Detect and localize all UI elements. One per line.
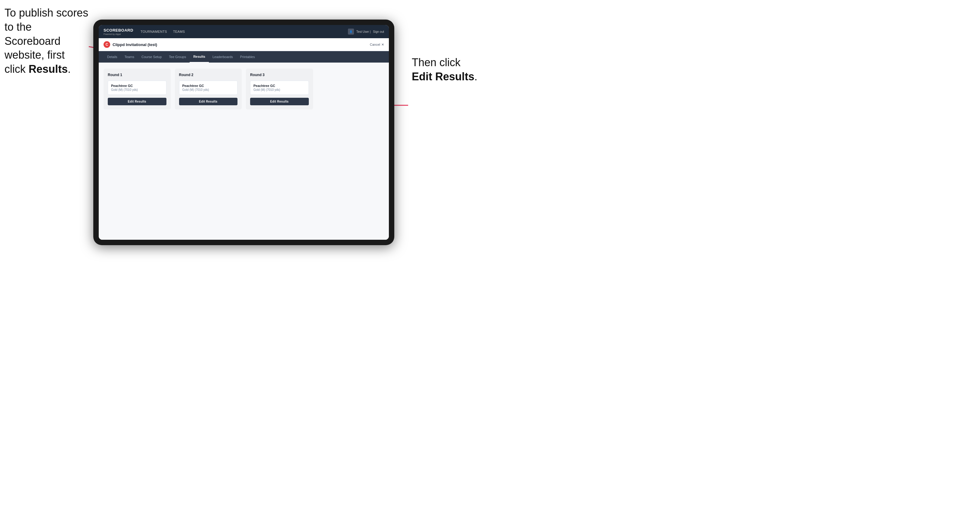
rounds-grid: Round 1 Peachtree GC Gold (M) (7010 yds)… [103, 68, 384, 110]
tab-leaderboards[interactable]: Leaderboards [209, 51, 237, 63]
then-click-label: Then click [412, 56, 460, 68]
round-3-title: Round 3 [250, 73, 309, 77]
round-2-course-name: Peachtree GC [182, 84, 234, 87]
scoreboard-logo: SCOREBOARD [103, 28, 133, 32]
tablet-screen: SCOREBOARD Powered by clippd TOURNAMENTS… [99, 25, 389, 240]
instruction-left: To publish scoresto the Scoreboardwebsit… [5, 6, 89, 76]
round-3-course-details: Gold (M) (7010 yds) [253, 88, 305, 91]
tab-course-setup[interactable]: Course Setup [138, 51, 165, 63]
edit-results-button-2[interactable]: Edit Results [179, 98, 238, 105]
edit-results-button-3[interactable]: Edit Results [250, 98, 309, 105]
tab-tee-groups[interactable]: Tee Groups [165, 51, 189, 63]
round-2-course-details: Gold (M) (7010 yds) [182, 88, 234, 91]
round-1-course-name: Peachtree GC [111, 84, 163, 87]
round-1-course-details: Gold (M) (7010 yds) [111, 88, 163, 91]
top-navbar: SCOREBOARD Powered by clippd TOURNAMENTS… [99, 25, 389, 38]
empty-slot [317, 68, 384, 110]
instruction-right: Then clickEdit Results. [412, 56, 484, 84]
round-card-2: Round 2 Peachtree GC Gold (M) (7010 yds)… [175, 68, 242, 110]
round-2-title: Round 2 [179, 73, 238, 77]
user-label: Test User | [356, 30, 371, 33]
round-card-3: Round 3 Peachtree GC Gold (M) (7010 yds)… [246, 68, 313, 110]
nav-right: 👤 Test User | Sign out [348, 29, 384, 35]
tournament-name: Clippd Invitational (test) [113, 43, 157, 47]
sub-navigation: Details Teams Course Setup Tee Groups Re… [99, 51, 389, 63]
round-card-1: Round 1 Peachtree GC Gold (M) (7010 yds)… [103, 68, 171, 110]
round-3-course-card: Peachtree GC Gold (M) (7010 yds) [250, 81, 309, 95]
instruction-period: . [68, 63, 71, 75]
nav-links: TOURNAMENTS TEAMS [140, 30, 348, 33]
tablet-device: SCOREBOARD Powered by clippd TOURNAMENTS… [93, 19, 394, 245]
tab-results[interactable]: Results [189, 51, 209, 63]
tab-teams[interactable]: Teams [121, 51, 138, 63]
nav-teams[interactable]: TEAMS [173, 30, 185, 33]
tournament-header: C Clippd Invitational (test) Cancel ✕ [99, 38, 389, 51]
cancel-label: Cancel [370, 43, 380, 46]
tournament-title: C Clippd Invitational (test) [103, 41, 157, 48]
close-icon: ✕ [381, 43, 384, 47]
content-area: Round 1 Peachtree GC Gold (M) (7010 yds)… [99, 63, 389, 240]
round-1-title: Round 1 [108, 73, 167, 77]
nav-tournaments[interactable]: TOURNAMENTS [140, 30, 167, 33]
round-3-course-name: Peachtree GC [253, 84, 305, 87]
cancel-button[interactable]: Cancel ✕ [370, 43, 384, 47]
instruction-right-text: Then clickEdit Results. [412, 56, 477, 83]
round-1-course-card: Peachtree GC Gold (M) (7010 yds) [108, 81, 167, 95]
instruction-left-text: To publish scoresto the Scoreboardwebsit… [5, 6, 88, 75]
instruction-right-period: . [474, 70, 477, 83]
user-icon: 👤 [348, 29, 354, 35]
tab-printables[interactable]: Printables [237, 51, 259, 63]
logo-subtitle: Powered by clippd [103, 33, 133, 35]
edit-results-button-1[interactable]: Edit Results [108, 98, 167, 105]
results-bold: Results [29, 63, 68, 75]
logo-area: SCOREBOARD Powered by clippd [103, 28, 133, 35]
logo-block: SCOREBOARD Powered by clippd [103, 28, 133, 35]
round-2-course-card: Peachtree GC Gold (M) (7010 yds) [179, 81, 238, 95]
tab-details[interactable]: Details [103, 51, 121, 63]
edit-results-bold: Edit Results [412, 70, 474, 83]
signout-link[interactable]: Sign out [373, 30, 384, 33]
tournament-icon: C [103, 41, 110, 48]
